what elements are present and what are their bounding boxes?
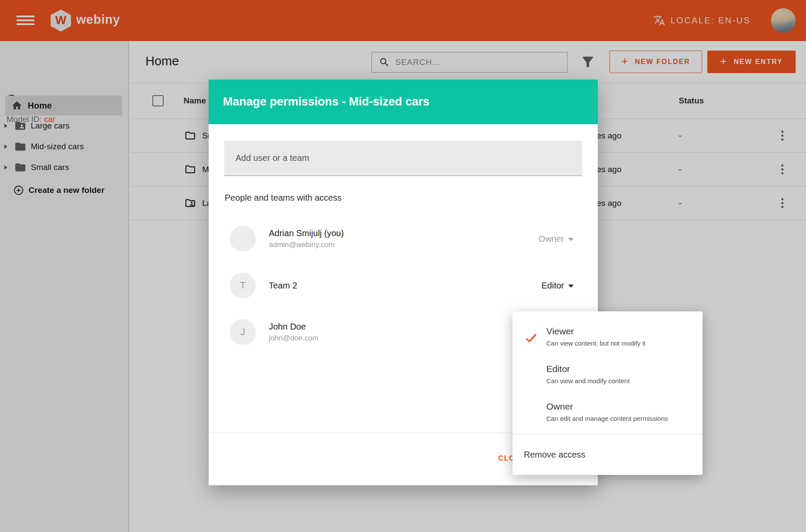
access-list-item: T Team 2 Editor <box>230 266 582 305</box>
user-avatar <box>230 226 256 252</box>
chevron-down-icon <box>568 238 574 241</box>
dialog-header: Manage permissions - Mid-sized cars <box>209 80 598 124</box>
role-select-editor[interactable]: Editor <box>542 281 574 291</box>
person-name: Team 2 <box>269 281 297 291</box>
person-name: John Doe <box>269 322 319 332</box>
menu-item-remove-access[interactable]: Remove access <box>513 434 703 475</box>
dialog-title: Manage permissions - Mid-sized cars <box>223 95 429 109</box>
access-list-item: Adrian Smijulj (you) admin@webiny.com Ow… <box>230 219 582 258</box>
chevron-down-icon <box>568 285 574 288</box>
team-avatar: T <box>230 272 256 298</box>
menu-item-viewer[interactable]: Viewer Can view content, but not modify … <box>513 317 703 355</box>
access-list-label: People and teams with access <box>225 193 342 203</box>
person-email: admin@webiny.com <box>269 240 344 249</box>
add-user-or-team-input[interactable] <box>224 141 582 176</box>
menu-item-owner[interactable]: Owner Can edit and manage content permis… <box>513 393 703 430</box>
role-select-owner: Owner <box>538 234 574 244</box>
person-name: Adrian Smijulj (you) <box>269 228 344 238</box>
user-avatar: J <box>230 319 256 345</box>
person-email: john@doe.com <box>269 334 319 343</box>
role-dropdown-menu: Viewer Can view content, but not modify … <box>513 311 703 475</box>
menu-item-editor[interactable]: Editor Can view and modify content <box>513 355 703 393</box>
